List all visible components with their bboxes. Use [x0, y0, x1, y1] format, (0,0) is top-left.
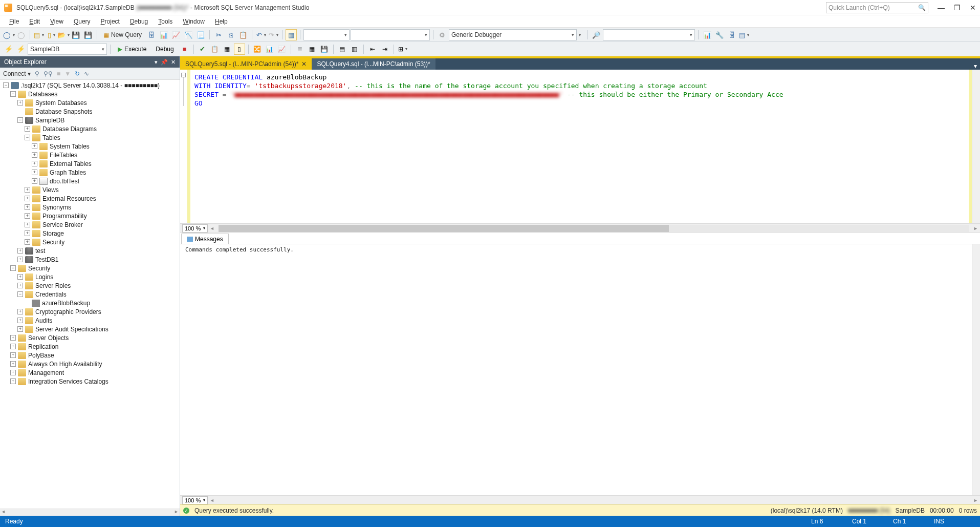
title-bar: SQLQuery5.sql - (local)\sql2k17.SampleDB…	[0, 0, 980, 15]
save-all-button[interactable]: 💾	[82, 29, 94, 40]
undo-button[interactable]: ↶	[255, 29, 267, 40]
messages-vscroll[interactable]	[972, 244, 980, 495]
indent-icon[interactable]: ⇤	[367, 44, 378, 55]
dmx-query-icon[interactable]: 📉	[183, 29, 194, 40]
tab-sqlquery5[interactable]: SQLQuery5.sql - (l...MIN-PC\admin (54))*…	[180, 58, 312, 70]
find-combo[interactable]: ▾	[603, 29, 695, 40]
template-icon[interactable]: ▤	[738, 29, 750, 40]
menu-debug[interactable]: Debug	[126, 17, 152, 26]
query-options-icon[interactable]: ▦	[222, 44, 233, 55]
change-connection-icon[interactable]: ⚡	[3, 44, 14, 55]
refresh-icon[interactable]: ↻	[75, 70, 80, 77]
copy-button[interactable]: ⎘	[225, 29, 236, 40]
menu-view[interactable]: View	[46, 17, 68, 26]
new-query-button[interactable]: ▦New Query	[100, 29, 145, 40]
results-grid-icon[interactable]: ▦	[307, 44, 318, 55]
execute-button[interactable]: ▶Execute	[114, 44, 150, 55]
query-status-bar: ✓ Query executed successfully. (local)\s…	[180, 504, 980, 516]
close-button[interactable]: ✕	[970, 4, 976, 12]
menu-edit[interactable]: Edit	[25, 17, 44, 26]
analysis-query-icon[interactable]: 📊	[158, 29, 169, 40]
parse-button[interactable]: ✔	[197, 44, 208, 55]
new-file-button[interactable]: ▯	[46, 29, 57, 40]
tool-icon[interactable]: 🔧	[714, 29, 725, 40]
object-explorer-panel: Object Explorer ▾ 📌 ✕ Connect ▾ ⚲ ⚲⚲ ■ ▼…	[0, 56, 180, 516]
editor-zoom-bar: 100 %▾ ◄ ►	[180, 223, 980, 233]
paste-button[interactable]: 📋	[237, 29, 249, 40]
db-engine-query-icon[interactable]: 🗄	[146, 29, 157, 40]
sql-editor[interactable]: − CREATE CREDENTIAL azureBlobBackup WITH…	[180, 70, 980, 223]
est-plan-icon[interactable]: 📋	[209, 44, 221, 55]
intellisense-icon[interactable]: ▯	[234, 44, 245, 55]
tab-sqlquery4[interactable]: SQLQuery4.sql - (l...MIN-PC\admin (53))*	[312, 58, 435, 70]
code-text[interactable]: CREATE CREDENTIAL azureBlobBackup WITH I…	[190, 70, 969, 223]
object-explorer-tree[interactable]: −.\sql2k17 (SQL Server 14.0.3038.14 - ■■…	[0, 80, 180, 509]
outdent-icon[interactable]: ⇥	[379, 44, 390, 55]
registered-servers-icon[interactable]: 🗄	[726, 29, 737, 40]
panel-close-icon[interactable]: ✕	[171, 59, 176, 66]
connect-button[interactable]: Connect ▾	[3, 70, 31, 77]
editor-vscroll[interactable]	[972, 70, 980, 223]
panel-dropdown-icon[interactable]: ▾	[155, 59, 158, 66]
results-file-icon[interactable]: 💾	[319, 44, 330, 55]
solution-platform-combo[interactable]: ▾	[351, 29, 430, 40]
panel-pin-icon[interactable]: 📌	[161, 59, 168, 66]
nav-forward-button[interactable]: ◯	[15, 29, 27, 40]
actual-plan-icon[interactable]: 🔀	[252, 44, 263, 55]
menu-help[interactable]: Help	[211, 17, 232, 26]
object-explorer-toolbar: Connect ▾ ⚲ ⚲⚲ ■ ▼ ↻ ∿	[0, 68, 180, 80]
database-selector[interactable]: SampleDB▾	[28, 44, 107, 55]
editor-area: SQLQuery5.sql - (l...MIN-PC\admin (54))*…	[180, 56, 980, 516]
editor-tabs: SQLQuery5.sql - (l...MIN-PC\admin (54))*…	[180, 58, 980, 70]
cancel-query-button[interactable]: ■	[179, 44, 190, 55]
menu-project[interactable]: Project	[97, 17, 124, 26]
results-text-icon[interactable]: ≣	[294, 44, 306, 55]
menu-file[interactable]: File	[5, 17, 23, 26]
results-tabs: Messages	[180, 233, 980, 244]
object-explorer-header: Object Explorer ▾ 📌 ✕	[0, 56, 180, 68]
messages-tab[interactable]: Messages	[181, 234, 229, 244]
tab-overflow-icon[interactable]: ▾	[971, 62, 980, 70]
client-stats-icon[interactable]: 📈	[276, 44, 288, 55]
comment-icon[interactable]: ▤	[337, 44, 348, 55]
new-project-button[interactable]: ▤	[33, 29, 45, 40]
messages-zoom-bar: 100 %▾ ◄ ►	[180, 495, 980, 504]
object-explorer-hscroll[interactable]	[0, 509, 180, 516]
main-toolbar: ◯ ◯ ▤ ▯ 📂 💾 💾 ▦New Query 🗄 📊 📈 📉 📃 ✂ ⎘ 📋…	[0, 28, 980, 42]
activity-icon[interactable]: 📊	[702, 29, 713, 40]
toggle-button[interactable]: ▦	[286, 29, 297, 40]
stop-icon[interactable]: ■	[57, 70, 60, 77]
disconnect-all-icon[interactable]: ⚲⚲	[43, 70, 53, 77]
gear-icon[interactable]: ⚙	[437, 29, 448, 40]
debugger-combo[interactable]: Generic Debugger▾	[449, 29, 577, 40]
xmla-query-icon[interactable]: 📃	[195, 29, 206, 40]
editor-hscroll[interactable]	[219, 225, 969, 232]
zoom-combo-2[interactable]: 100 %▾	[182, 496, 208, 504]
open-button[interactable]: 📂	[58, 29, 69, 40]
cut-button[interactable]: ✂	[213, 29, 224, 40]
menu-tools[interactable]: Tools	[154, 17, 177, 26]
filter-icon[interactable]: ▼	[64, 70, 71, 77]
activity-monitor-icon[interactable]: ∿	[84, 70, 89, 77]
maximize-button[interactable]: ❐	[954, 4, 961, 12]
uncomment-icon[interactable]: ▥	[349, 44, 360, 55]
specify-values-icon[interactable]: ⊞	[397, 44, 408, 55]
mdx-query-icon[interactable]: 📈	[170, 29, 182, 40]
redo-button[interactable]: ↷	[268, 29, 279, 40]
app-icon	[4, 4, 12, 12]
zoom-combo[interactable]: 100 %▾	[182, 224, 208, 233]
menu-window[interactable]: Window	[179, 17, 209, 26]
nav-back-button[interactable]: ◯	[3, 29, 14, 40]
live-stats-icon[interactable]: 📊	[264, 44, 275, 55]
minimize-button[interactable]: —	[938, 4, 945, 12]
close-icon[interactable]: ✕	[301, 60, 307, 68]
menu-query[interactable]: Query	[70, 17, 95, 26]
save-button[interactable]: 💾	[70, 29, 81, 40]
solution-config-combo[interactable]: ▾	[303, 29, 350, 40]
disconnect-icon[interactable]: ⚲	[35, 70, 39, 77]
quick-launch-input[interactable]: Quick Launch (Ctrl+Q) 🔍	[826, 2, 928, 13]
find-button[interactable]: 🔎	[591, 29, 602, 40]
sql-editor-toolbar: ⚡ ⚡ SampleDB▾ ▶Execute Debug ■ ✔ 📋 ▦ ▯ 🔀…	[0, 42, 980, 56]
connection-icon[interactable]: ⚡	[15, 44, 27, 55]
debug-button[interactable]: Debug	[151, 44, 178, 55]
